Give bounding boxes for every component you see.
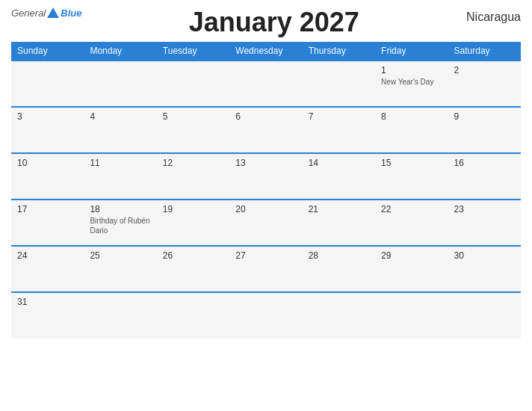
calendar-week-row: 1New Year's Day2 [11,61,521,107]
calendar-cell: 5 [157,107,229,153]
day-number: 6 [235,111,296,122]
day-number: 2 [454,65,515,75]
day-number: 27 [235,250,296,261]
calendar-cell [448,292,521,339]
calendar-cell: 7 [303,107,375,153]
calendar-cell: 22 [375,200,448,246]
calendar-title: January 2027 [81,7,466,37]
col-tuesday: Tuesday [157,42,229,61]
day-number: 18 [90,204,150,214]
calendar-cell: 18Birthday of Rubén Dario [84,200,156,246]
day-number: 21 [309,204,369,214]
day-number: 12 [163,158,223,168]
day-number: 20 [235,204,296,214]
logo: General Blue [11,7,81,19]
calendar-cell [303,292,375,339]
calendar-cell [11,61,84,107]
day-number: 15 [381,158,442,168]
day-number: 31 [17,297,78,307]
logo-general: General [11,7,46,19]
day-number: 17 [17,204,78,214]
day-number: 26 [163,250,223,261]
calendar-cell: 20 [229,200,302,246]
calendar-cell: 31 [11,292,84,339]
day-number: 3 [17,111,78,122]
calendar-cell: 11 [84,153,156,200]
holiday-label: Birthday of Rubén Dario [90,216,150,235]
calendar-cell: 28 [303,246,375,292]
day-number: 28 [309,250,369,261]
day-number: 11 [90,158,150,168]
calendar-cell: 9 [448,107,521,153]
calendar-cell: 19 [157,200,229,246]
calendar-cell [157,61,229,107]
calendar-cell: 23 [448,200,521,246]
calendar-cell: 30 [448,246,521,292]
day-number: 4 [90,111,150,122]
col-saturday: Saturday [448,42,521,61]
calendar-cell: 29 [375,246,448,292]
calendar-week-row: 10111213141516 [11,153,521,200]
day-number: 30 [454,250,515,261]
logo-triangle-icon [47,7,59,18]
day-number: 19 [163,204,223,214]
calendar-cell [84,61,156,107]
day-number: 16 [454,158,515,168]
calendar-cell: 24 [11,246,84,292]
day-number: 7 [309,111,369,122]
calendar-week-row: 1718Birthday of Rubén Dario1920212223 [11,200,521,246]
day-number: 14 [309,158,369,168]
day-number: 24 [17,250,78,261]
day-number: 13 [235,158,296,168]
calendar-week-row: 31 [11,292,521,339]
calendar-body: 1New Year's Day2345678910111213141516171… [11,61,521,339]
title-block: January 2027 [81,7,466,37]
calendar-cell [229,292,302,339]
holiday-label: New Year's Day [381,77,442,87]
calendar-cell: 6 [229,107,302,153]
day-number: 10 [17,158,78,168]
calendar-cell [303,61,375,107]
calendar-cell [375,292,448,339]
day-number: 9 [454,111,515,122]
col-wednesday: Wednesday [229,42,302,61]
calendar-cell: 12 [157,153,229,200]
col-sunday: Sunday [11,42,84,61]
col-friday: Friday [375,42,448,61]
calendar-page: General Blue January 2027 Nicaragua Sund… [0,0,532,411]
logo-blue: Blue [61,7,81,19]
calendar-cell [229,61,302,107]
calendar-week-row: 24252627282930 [11,246,521,292]
header: General Blue January 2027 Nicaragua [11,7,521,37]
country-label: Nicaragua [466,7,521,24]
calendar-cell: 1New Year's Day [375,61,448,107]
calendar-cell: 8 [375,107,448,153]
calendar-cell: 3 [11,107,84,153]
calendar-cell [157,292,229,339]
calendar-week-row: 3456789 [11,107,521,153]
calendar-cell [84,292,156,339]
day-number: 5 [163,111,223,122]
day-number: 25 [90,250,150,261]
calendar-cell: 27 [229,246,302,292]
calendar-cell: 4 [84,107,156,153]
calendar-cell: 13 [229,153,302,200]
col-monday: Monday [84,42,156,61]
calendar-cell: 21 [303,200,375,246]
calendar-cell: 25 [84,246,156,292]
day-number: 22 [381,204,442,214]
calendar-cell: 16 [448,153,521,200]
day-number: 29 [381,250,442,261]
col-thursday: Thursday [303,42,375,61]
days-of-week-row: Sunday Monday Tuesday Wednesday Thursday… [11,42,521,61]
calendar-cell: 26 [157,246,229,292]
calendar-cell: 17 [11,200,84,246]
calendar-cell: 2 [448,61,521,107]
day-number: 23 [454,204,515,214]
calendar-cell: 15 [375,153,448,200]
day-number: 8 [381,111,442,122]
day-number: 1 [381,65,442,75]
calendar-cell: 10 [11,153,84,200]
calendar-header: Sunday Monday Tuesday Wednesday Thursday… [11,42,521,61]
calendar-table: Sunday Monday Tuesday Wednesday Thursday… [11,42,521,339]
